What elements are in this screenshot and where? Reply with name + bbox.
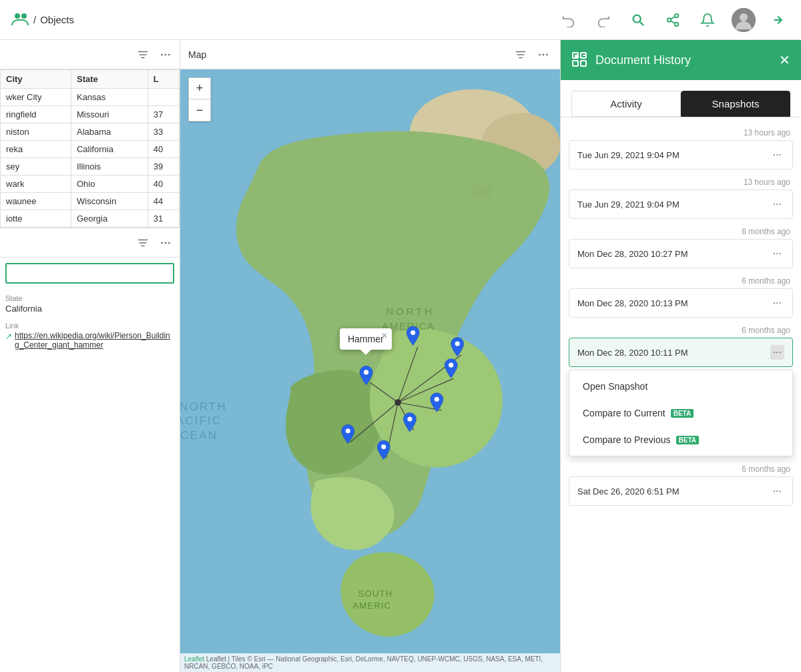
detail-toolbar (0, 228, 180, 258)
snapshot-date: Tue Jun 29, 2021 9:04 PM (577, 200, 680, 210)
cell-state: California (71, 141, 148, 158)
table-filter-button[interactable] (134, 46, 152, 63)
link-text[interactable]: https://en.wikipedia.org/wiki/Pierson_Bu… (15, 331, 174, 350)
snapshot-item[interactable]: Tue Jun 29, 2021 9:04 PM··· (569, 140, 793, 170)
svg-rect-60 (573, 61, 578, 66)
snapshot-item[interactable]: Tue Jun 29, 2021 9:04 PM··· (569, 190, 793, 219)
snapshot-item[interactable]: Mon Dec 28, 2020 10:13 PM··· (569, 288, 793, 318)
svg-text:SOUTH: SOUTH (358, 589, 393, 599)
leaflet-link[interactable]: Leaflet (184, 655, 204, 663)
header-actions (558, 8, 790, 32)
svg-text:GR: GR (473, 185, 493, 199)
cell-l: 31 (148, 210, 179, 228)
snapshot-more-button[interactable]: ··· (770, 484, 784, 498)
col-state: State (71, 70, 148, 89)
svg-point-21 (161, 242, 163, 244)
table-row[interactable]: wker City Kansas (1, 89, 180, 106)
snapshot-item[interactable]: Mon Dec 28, 2020 10:11 PM··· (569, 338, 793, 367)
map-attribution: Leaflet Leaflet | Tiles © Esri — Nationa… (180, 653, 560, 672)
svg-rect-61 (581, 61, 586, 66)
col-city: City (1, 70, 71, 89)
snapshot-more-button[interactable]: ··· (770, 345, 784, 360)
expand-button[interactable] (769, 9, 790, 31)
zoom-in-button[interactable]: + (189, 78, 210, 99)
svg-point-10 (740, 13, 748, 21)
svg-text:OCEAN: OCEAN (180, 429, 218, 442)
cell-city: sey (1, 158, 71, 176)
table-more-button[interactable] (157, 46, 174, 63)
snapshot-item[interactable]: Mon Dec 28, 2020 10:27 PM··· (569, 239, 793, 268)
page-title: Objects (40, 14, 74, 25)
snapshot-date: Mon Dec 28, 2020 10:11 PM (577, 348, 688, 358)
svg-point-2 (633, 15, 641, 22)
data-table: City State L wker City Kansas ringfield … (0, 69, 180, 228)
state-field: State California (0, 289, 180, 316)
table-row[interactable]: iotte Georgia 31 (1, 210, 180, 228)
snapshot-item[interactable]: Sat Dec 26, 2020 6:51 PM··· (569, 476, 793, 506)
cell-state: Ohio (71, 176, 148, 193)
table-row[interactable]: wark Ohio 40 (1, 176, 180, 193)
svg-text:AMERIC: AMERIC (352, 601, 391, 611)
snapshot-more-button[interactable]: ··· (770, 246, 784, 261)
svg-point-56 (364, 370, 368, 374)
detail-panel: State California Link ↗ https://en.wikip… (0, 228, 180, 672)
snapshot-more-button[interactable]: ··· (770, 296, 784, 310)
history-icon (571, 51, 587, 69)
detail-more-button[interactable] (157, 234, 174, 252)
share-button[interactable] (662, 9, 684, 31)
snapshot-time-label: 6 months ago (561, 320, 801, 338)
zoom-out-button[interactable]: − (189, 99, 210, 121)
cell-city: iotte (1, 210, 71, 228)
map-filter-button[interactable] (512, 46, 529, 63)
redo-button[interactable] (593, 9, 614, 31)
svg-point-28 (543, 53, 545, 55)
notifications-button[interactable] (697, 9, 718, 31)
close-panel-button[interactable]: ✕ (779, 52, 790, 68)
detail-filter-button[interactable] (134, 234, 152, 252)
svg-point-6 (675, 22, 679, 25)
cell-state: Illinois (71, 158, 148, 176)
svg-point-4 (675, 13, 679, 17)
link-value: ↗ https://en.wikipedia.org/wiki/Pierson_… (5, 331, 174, 350)
tab-activity[interactable]: Activity (571, 91, 681, 117)
cell-city: wark (1, 176, 71, 193)
context-menu-item[interactable]: Compare to CurrentBETA (569, 400, 792, 426)
snapshots-list: 13 hours agoTue Jun 29, 2021 9:04 PM···1… (561, 117, 801, 672)
history-tabs: Activity Snapshots (561, 80, 801, 117)
snapshot-date: Sat Dec 26, 2020 6:51 PM (577, 486, 679, 496)
document-history-header: Document History ✕ (561, 40, 801, 80)
cell-city: ringfield (1, 106, 71, 123)
avatar[interactable] (732, 8, 756, 32)
snapshot-more-button[interactable]: ··· (770, 147, 784, 162)
cell-city: reka (1, 141, 71, 158)
map-container[interactable]: NORTH PACIFIC OCEAN GR NORTH (180, 69, 560, 672)
cell-l: 37 (148, 106, 179, 123)
svg-point-1 (21, 13, 27, 19)
table-row[interactable]: sey Illinois 39 (1, 158, 180, 176)
map-more-button[interactable] (535, 46, 552, 63)
snapshot-time-label: 6 months ago (561, 271, 801, 288)
cell-state: Wisconsin (71, 193, 148, 210)
table-row[interactable]: ringfield Missouri 37 (1, 106, 180, 123)
svg-point-27 (539, 53, 541, 55)
snapshot-time-label: 6 months ago (561, 222, 801, 239)
table-row[interactable]: reka California 40 (1, 141, 180, 158)
search-input[interactable] (5, 263, 174, 284)
search-button[interactable] (627, 9, 649, 31)
svg-point-51 (381, 444, 386, 449)
document-history-title: Document History (595, 53, 771, 67)
table-row[interactable]: niston Alabama 33 (1, 123, 180, 141)
table-row[interactable]: waunee Wisconsin 44 (1, 193, 180, 210)
cell-city: niston (1, 123, 71, 141)
popup-close-button[interactable]: ✕ (381, 331, 388, 340)
attribution-text: Leaflet | Tiles © Esri — National Geogra… (184, 655, 543, 670)
context-menu-item[interactable]: Open Snapshot (569, 373, 792, 400)
svg-line-3 (640, 21, 644, 25)
tab-snapshots[interactable]: Snapshots (681, 91, 790, 117)
left-panel: City State L wker City Kansas ringfield … (0, 40, 180, 672)
cell-state: Alabama (71, 123, 148, 141)
detail-search[interactable] (5, 263, 174, 284)
snapshot-more-button[interactable]: ··· (770, 197, 784, 212)
undo-button[interactable] (558, 9, 579, 31)
context-menu-item[interactable]: Compare to PreviousBETA (569, 426, 792, 453)
